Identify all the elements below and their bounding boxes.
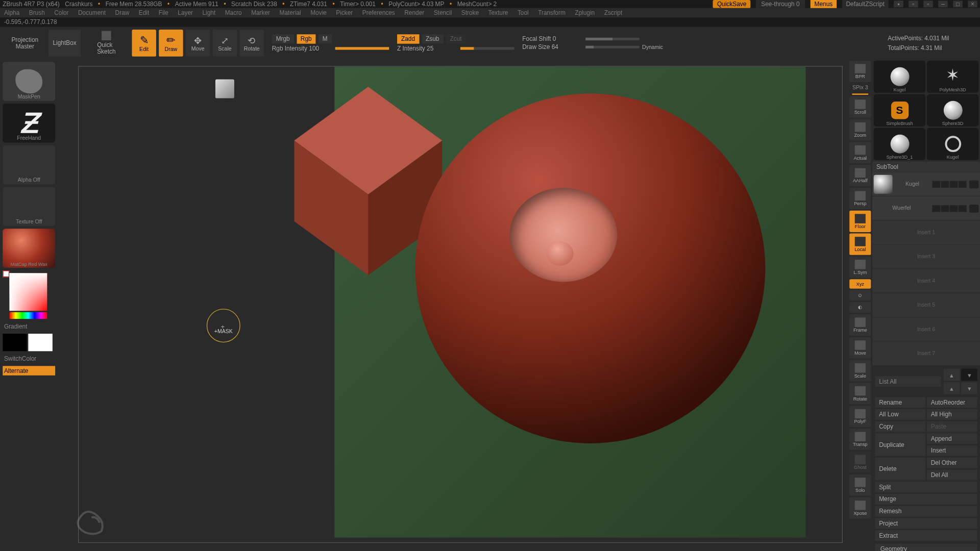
subtool-empty-slot[interactable]: Insert 6 [872,317,980,341]
nav-up-button[interactable]: ▴ [944,369,960,381]
color-saturation-value[interactable] [9,273,47,311]
xpose-button[interactable]: Xpose [849,497,871,519]
menu-movie[interactable]: Movie [310,9,327,16]
window-button-1[interactable]: ▪ [894,1,903,7]
move-up-button[interactable]: ▴ [944,382,960,394]
delete-button[interactable]: Delete [875,458,925,481]
actual-button[interactable]: Actual [849,142,871,163]
rename-button[interactable]: Rename [875,397,925,408]
visibility-icon[interactable] [969,180,978,188]
menu-document[interactable]: Document [78,9,106,16]
rgb-intensity-label[interactable]: Rgb Intensity 100 [272,45,333,52]
copy-button[interactable]: Copy [875,421,925,432]
gradient-toggle[interactable]: Gradient [3,321,55,331]
close-icon[interactable]: × [968,1,977,7]
project-button[interactable]: Project [875,518,977,529]
alpha-selector[interactable]: Alpha Off [3,145,55,184]
canvas[interactable]: + +MASK [58,59,848,551]
white-swatch[interactable] [28,334,52,351]
nav-move-button[interactable]: Move [849,337,871,359]
ghost-button[interactable]: Ghost [849,452,871,473]
transp-button[interactable]: Transp [849,429,871,450]
extract-button[interactable]: Extract [875,530,977,541]
color-picker[interactable] [3,270,55,319]
delother-button[interactable]: Del Other [927,458,977,468]
draw-size-label[interactable]: Draw Size 64 [522,44,583,51]
bpr-button[interactable]: BPR [849,61,871,82]
menu-tool[interactable]: Tool [518,9,529,16]
insert-button[interactable]: Insert [927,445,977,456]
subtool-empty-slot[interactable]: Insert 4 [872,269,980,293]
menu-stencil[interactable]: Stencil [434,9,452,16]
scroll-button[interactable]: Scroll [849,96,871,118]
append-button[interactable]: Append [927,433,977,444]
menu-material[interactable]: Material [280,9,301,16]
menu-draw[interactable]: Draw [115,9,130,16]
menu-marker[interactable]: Marker [251,9,270,16]
menu-render[interactable]: Render [404,9,424,16]
rgb-intensity-slider[interactable] [335,47,389,49]
merge-button[interactable]: Merge [875,494,977,505]
subtool-wuerfel[interactable]: Wuerfel [872,196,980,220]
edit-button[interactable]: ✎Edit [132,30,156,57]
menu-edit[interactable]: Edit [139,9,149,16]
mrgb-button[interactable]: Mrgb [272,34,294,43]
focal-shift-slider[interactable] [585,38,639,40]
quicksave-button[interactable]: QuickSave [713,0,750,8]
menu-zplugin[interactable]: Zplugin [575,9,595,16]
persp-button[interactable]: Persp [849,188,871,209]
focal-shift-label[interactable]: Focal Shift 0 [522,36,583,42]
draw-size-slider[interactable] [585,46,639,48]
menu-layer[interactable]: Layer [178,9,193,16]
zcut-button[interactable]: Zcut [446,34,466,43]
duplicate-button[interactable]: Duplicate [875,433,925,456]
allhigh-button[interactable]: All High [927,409,977,420]
zsub-button[interactable]: Zsub [422,34,443,43]
menu-alpha[interactable]: Alpha [4,9,19,16]
menu-transform[interactable]: Transform [538,9,566,16]
subtool-header[interactable]: SubTool [872,161,980,172]
subtool-empty-slot[interactable]: Insert 1 [872,221,980,245]
z-intensity-label[interactable]: Z Intensity 25 [397,45,458,52]
zadd-button[interactable]: Zadd [397,34,419,43]
subtool-kugel[interactable]: Kugel [872,172,980,196]
paste-button[interactable]: Paste [927,421,977,432]
black-swatch[interactable] [3,334,27,351]
history-button[interactable]: ◐ [849,302,871,313]
split-button[interactable]: Split [875,482,977,492]
subtool-empty-slot[interactable]: Insert 3 [872,245,980,269]
projection-master-button[interactable]: Projection Master [4,30,46,57]
window-button-3[interactable]: ▫ [923,1,933,7]
move-down-button[interactable]: ▾ [961,369,977,381]
spix-slider[interactable]: SPix 3 [849,84,871,92]
tool-polymesh3d[interactable]: ✶PolyMesh3D [927,61,979,93]
xyz-button[interactable]: Xyz [849,279,871,288]
z-intensity-slider[interactable] [460,47,514,49]
maximize-icon[interactable]: □ [953,1,962,7]
aahalf-button[interactable]: AAHalf [849,165,871,186]
m-button[interactable]: M [318,34,332,43]
window-button-2[interactable]: ▫ [909,1,918,7]
listall-button[interactable]: List All [875,376,941,387]
remesh-button[interactable]: Remesh [875,506,977,517]
nav-scale-button[interactable]: Scale [849,360,871,381]
polyf-button[interactable]: PolyF [849,406,871,427]
frame-button[interactable]: Frame [849,314,871,336]
tool-kugel[interactable]: Kugel [874,61,926,93]
subtool-empty-slot[interactable]: Insert 5 [872,293,980,317]
switchcolor-button[interactable]: SwitchColor [3,354,55,363]
zoom-button[interactable]: Zoom [849,119,871,140]
subtool-mode-icons[interactable] [932,181,966,187]
draw-button[interactable]: ✏Draw [159,30,183,57]
material-selector[interactable]: MatCap Red Wax [3,229,55,267]
menu-light[interactable]: Light [202,9,215,16]
menu-preferences[interactable]: Preferences [362,9,395,16]
local-button[interactable]: Local [849,234,871,255]
tool-sphere3d-1[interactable]: Sphere3D_1 [874,128,926,160]
minimize-icon[interactable]: – [938,1,947,7]
rgb-button[interactable]: Rgb [297,34,316,43]
alllow-button[interactable]: All Low [875,409,925,420]
menu-file[interactable]: File [159,9,168,16]
floor-button[interactable]: Floor [849,211,871,232]
texture-selector[interactable]: Texture Off [3,187,55,226]
